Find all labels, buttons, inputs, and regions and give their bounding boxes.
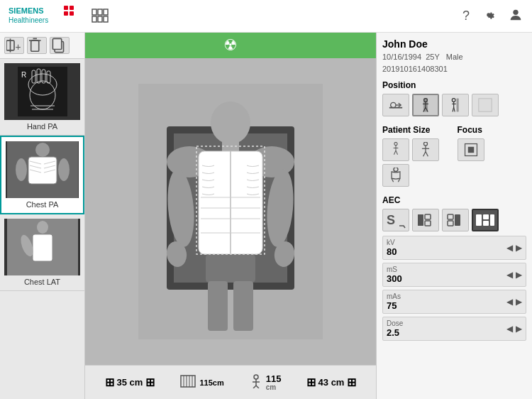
svg-rect-109	[467, 147, 473, 153]
help-button[interactable]: ?	[462, 9, 470, 23]
app-icon[interactable]	[89, 5, 111, 27]
viewer: ☢	[85, 33, 376, 399]
kv-row: kV 80 ◀ ▶	[382, 236, 526, 260]
ms-decrease-button[interactable]: ◀	[506, 270, 513, 280]
svg-rect-119	[483, 214, 489, 219]
ms-row: mS 300 ◀ ▶	[382, 263, 526, 287]
svg-text:S: S	[387, 213, 395, 227]
position-custom-button[interactable]	[472, 94, 499, 116]
svg-rect-65	[233, 281, 253, 331]
siemens-logo: SIEMENS Healthineers	[9, 4, 79, 28]
dose-row: Dose 2.5 ◀ ▶	[382, 317, 526, 341]
svg-line-103	[423, 152, 426, 157]
patient-sex: Male	[446, 53, 463, 61]
study-item-hand-pa[interactable]: R Hand PA	[0, 59, 84, 136]
position-options	[382, 94, 526, 116]
add-study-button[interactable]: +	[4, 37, 24, 54]
svg-rect-94	[479, 99, 492, 111]
svg-rect-5	[70, 11, 74, 16]
kv-value: 80	[387, 246, 397, 257]
svg-rect-115	[448, 214, 453, 219]
viewer-canvas	[85, 58, 376, 365]
patient-info: 10/16/1994 25Y Male 201910161408301	[382, 51, 526, 75]
svg-rect-121	[490, 214, 494, 226]
viewer-top-bar: ☢	[85, 33, 376, 58]
patient-age: 25Y	[426, 53, 439, 61]
patient-id: 201910161408301	[382, 65, 448, 73]
focus-group: Focus	[458, 121, 527, 191]
svg-line-76	[256, 386, 259, 388]
ms-label: mS	[387, 266, 402, 273]
svg-line-93	[454, 107, 455, 111]
svg-rect-3	[70, 6, 74, 10]
focus-small-button[interactable]	[458, 138, 484, 161]
size-medium-button[interactable]	[412, 138, 439, 161]
svg-rect-113	[425, 214, 431, 219]
height-measure: ⊞ 43 cm ⊞	[306, 376, 357, 389]
study-panel: +	[0, 33, 85, 399]
mas-increase-button[interactable]: ▶	[516, 297, 522, 307]
dose-decrease-button[interactable]: ◀	[506, 324, 513, 334]
aec-left-button[interactable]	[412, 209, 439, 231]
focus-label: Focus	[458, 125, 527, 135]
delete-study-button[interactable]	[27, 37, 47, 54]
svg-rect-7	[98, 9, 102, 15]
patient-name: John Doe	[382, 38, 526, 50]
svg-point-40	[16, 158, 27, 181]
svg-line-99	[396, 151, 398, 155]
dose-increase-button[interactable]: ▶	[516, 324, 522, 334]
mas-arrows: ◀ ▶	[506, 297, 522, 307]
svg-text:Healthineers: Healthineers	[9, 16, 48, 24]
copy-study-button[interactable]	[50, 37, 70, 54]
crosshair-icon-h-left: ⊞	[306, 376, 316, 389]
kv-decrease-button[interactable]: ◀	[506, 243, 513, 253]
svg-point-12	[513, 10, 518, 15]
logo-area: SIEMENS Healthineers	[9, 4, 111, 28]
svg-point-32	[35, 143, 50, 157]
study-item-chest-pa[interactable]: Chest PA	[0, 136, 84, 214]
settings-button[interactable]	[481, 7, 497, 25]
svg-line-104	[426, 152, 428, 157]
position-standing-side-button[interactable]	[442, 94, 469, 116]
svg-rect-112	[418, 214, 423, 226]
svg-rect-114	[425, 221, 431, 226]
svg-rect-8	[104, 9, 108, 15]
svg-rect-9	[92, 16, 96, 22]
study-item-chest-lat[interactable]: Chest LAT	[0, 214, 84, 291]
aec-right-button[interactable]	[442, 209, 469, 231]
ms-increase-button[interactable]: ▶	[516, 270, 522, 280]
aec-all-button[interactable]	[472, 209, 499, 231]
aec-label: AEC	[382, 195, 526, 205]
height-value: 43 cm	[318, 377, 345, 388]
svg-point-100	[423, 142, 427, 146]
study-toolbar: +	[0, 33, 84, 59]
kv-increase-button[interactable]: ▶	[516, 243, 522, 253]
position-lying-button[interactable]	[382, 94, 409, 116]
size-small-button[interactable]	[382, 138, 409, 161]
body-layout: +	[0, 33, 532, 399]
svg-point-78	[391, 102, 396, 107]
svg-rect-16	[31, 40, 39, 51]
svg-rect-64	[208, 281, 228, 331]
chest-pa-label: Chest PA	[6, 200, 79, 209]
svg-line-75	[253, 386, 256, 388]
header: SIEMENS Healthineers ?	[0, 0, 532, 33]
chest-lat-thumb	[4, 219, 80, 275]
dose-arrows: ◀ ▶	[506, 324, 522, 334]
patient-size-label: Patient Size	[382, 125, 452, 135]
aec-s-curve-button[interactable]: S	[382, 209, 409, 231]
svg-point-105	[394, 168, 398, 172]
position-standing-front-button[interactable]	[412, 94, 439, 116]
user-button[interactable]	[508, 7, 523, 25]
chest-lat-label: Chest LAT	[4, 278, 80, 286]
dose-value: 2.5	[387, 327, 403, 338]
crosshair-icon-left: ⊞	[105, 376, 114, 389]
mas-decrease-button[interactable]: ◀	[506, 297, 513, 307]
patient-size-options	[382, 138, 452, 187]
collimator-measure: 115cm	[179, 374, 223, 390]
svg-rect-2	[64, 6, 68, 10]
svg-rect-6	[92, 9, 96, 15]
hand-pa-label: Hand PA	[4, 122, 80, 131]
svg-text:R: R	[21, 71, 26, 79]
size-large-button[interactable]	[382, 164, 409, 187]
